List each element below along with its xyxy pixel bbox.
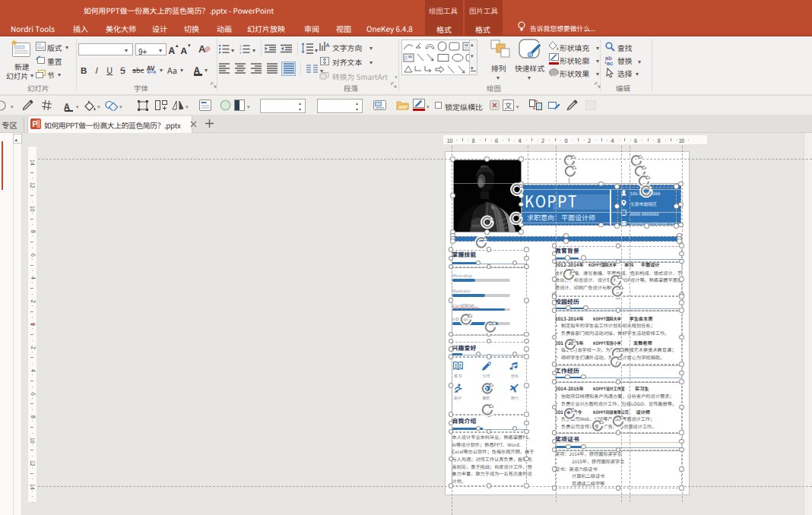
svg-text:ac: ac	[607, 60, 613, 66]
svg-text:文: 文	[505, 100, 512, 111]
svg-text:P: P	[33, 120, 38, 128]
svg-text:A: A	[325, 42, 330, 49]
svg-text:3: 3	[239, 51, 242, 55]
